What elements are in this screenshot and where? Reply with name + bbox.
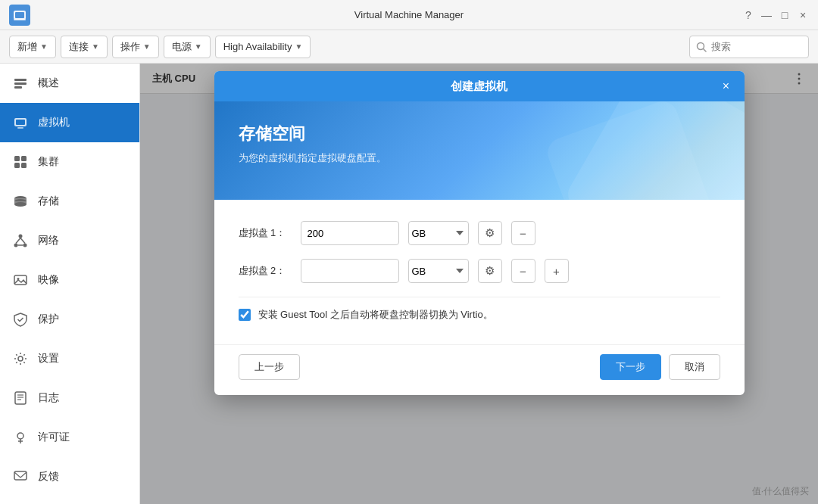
disk-2-input[interactable] [301, 259, 399, 283]
sidebar: 概述 虚拟机 集群 [0, 64, 140, 504]
disk-2-add-btn[interactable]: + [545, 259, 569, 283]
toolbar: 新增 ▼ 连接 ▼ 操作 ▼ 电源 ▼ High Availability ▼ [0, 30, 818, 64]
dialog-footer: 上一步 下一步 取消 [214, 344, 745, 395]
sidebar-item-protection[interactable]: 保护 [0, 300, 139, 339]
footer-right-buttons: 下一步 取消 [600, 354, 720, 380]
sidebar-label-image: 映像 [38, 273, 59, 287]
cancel-button[interactable]: 取消 [669, 354, 720, 380]
ha-button[interactable]: High Availability ▼ [215, 36, 311, 58]
dialog-close-button[interactable]: × [717, 77, 735, 95]
app-title: Virtual Machine Manager [354, 9, 464, 20]
operate-caret: ▼ [143, 42, 151, 51]
license-icon [12, 429, 29, 446]
feedback-icon [12, 468, 29, 485]
sidebar-item-network[interactable]: 网络 [0, 221, 139, 260]
sidebar-label-overview: 概述 [38, 76, 59, 90]
dialog-banner: 存储空间 为您的虚拟机指定虚拟硬盘配置。 [214, 101, 745, 200]
operate-button[interactable]: 操作 ▼ [112, 36, 159, 58]
disk-1-remove-btn[interactable]: − [511, 221, 535, 245]
svg-point-21 [14, 244, 18, 247]
titlebar: Virtual Machine Manager ? — □ × [0, 0, 818, 30]
sidebar-item-cluster[interactable]: 集群 [0, 142, 139, 182]
image-icon [12, 272, 29, 288]
sidebar-item-license[interactable]: 许可证 [0, 418, 139, 457]
search-input[interactable] [711, 41, 802, 52]
sidebar-label-network: 网络 [38, 234, 59, 247]
svg-rect-11 [14, 156, 20, 161]
sidebar-item-image[interactable]: 映像 [0, 260, 139, 300]
window-controls: ? — □ × [742, 9, 809, 21]
vm-icon [12, 114, 29, 131]
sidebar-label-license: 许可证 [38, 431, 70, 444]
svg-rect-7 [14, 86, 22, 89]
disk-1-label: 虚拟盘 1： [239, 226, 292, 240]
help-btn[interactable]: ? [742, 9, 754, 21]
sidebar-label-storage: 存储 [38, 194, 59, 208]
maximize-btn[interactable]: □ [779, 9, 791, 21]
content-area: 主机 CPU 创建虚拟机 × 存储空间 为您的虚拟机指定虚拟硬盘配置。 [140, 64, 818, 504]
power-caret: ▼ [195, 42, 202, 51]
sidebar-label-settings: 设置 [38, 352, 59, 366]
svg-rect-14 [21, 163, 27, 168]
storage-icon [12, 193, 29, 210]
sidebar-item-feedback[interactable]: 反馈 [0, 457, 139, 496]
connect-button[interactable]: 连接 ▼ [61, 36, 108, 58]
prev-button[interactable]: 上一步 [239, 354, 300, 380]
dialog-titlebar: 创建虚拟机 × [214, 71, 745, 101]
virtio-checkbox-row: 安装 Guest Tool 之后自动将硬盘控制器切换为 Virtio。 [239, 297, 720, 332]
svg-rect-5 [14, 79, 27, 81]
svg-rect-36 [14, 471, 27, 480]
dialog-title: 创建虚拟机 [451, 79, 507, 94]
minimize-btn[interactable]: — [760, 9, 773, 21]
virtio-checkbox-label: 安装 Guest Tool 之后自动将硬盘控制器切换为 Virtio。 [258, 308, 493, 322]
svg-rect-13 [14, 163, 20, 168]
disk-1-unit-select[interactable]: GB TB MB [408, 221, 469, 245]
next-button[interactable]: 下一步 [600, 354, 661, 380]
disk-2-remove-btn[interactable]: − [511, 259, 535, 283]
main-layout: 概述 虚拟机 集群 [0, 64, 818, 504]
svg-rect-29 [15, 392, 26, 404]
sidebar-label-cluster: 集群 [38, 155, 59, 169]
ha-caret: ▼ [295, 42, 302, 51]
disk-row-1: 虚拟盘 1： GB TB MB ⚙ − [239, 221, 720, 245]
svg-point-22 [23, 244, 27, 247]
svg-rect-2 [14, 19, 26, 20]
virtio-checkbox[interactable] [239, 309, 251, 321]
svg-line-23 [16, 238, 20, 244]
cluster-icon [12, 154, 29, 170]
svg-line-24 [20, 238, 25, 244]
svg-rect-12 [21, 156, 27, 161]
svg-rect-6 [14, 82, 27, 85]
sidebar-label-vm: 虚拟机 [38, 116, 70, 129]
disk-2-unit-select[interactable]: GB TB MB [408, 259, 469, 283]
close-btn[interactable]: × [797, 9, 809, 21]
sidebar-item-storage[interactable]: 存储 [0, 182, 139, 221]
sidebar-item-vm[interactable]: 虚拟机 [0, 103, 139, 142]
settings-icon [12, 350, 29, 367]
search-box [689, 36, 809, 58]
power-button[interactable]: 电源 ▼ [164, 36, 211, 58]
create-vm-dialog: 创建虚拟机 × 存储空间 为您的虚拟机指定虚拟硬盘配置。 虚拟盘 1： GB [214, 71, 745, 395]
svg-point-33 [17, 433, 23, 439]
sidebar-item-overview[interactable]: 概述 [0, 64, 139, 103]
protection-icon [12, 311, 29, 328]
sidebar-item-log[interactable]: 日志 [0, 378, 139, 418]
disk-1-settings-btn[interactable]: ⚙ [478, 221, 502, 245]
sidebar-label-log: 日志 [38, 391, 59, 405]
sidebar-label-protection: 保护 [38, 313, 59, 326]
add-button[interactable]: 新增 ▼ [9, 36, 56, 58]
sidebar-label-feedback: 反馈 [38, 470, 59, 484]
disk-2-settings-btn[interactable]: ⚙ [478, 259, 502, 283]
disk-1-input[interactable] [301, 221, 399, 245]
search-icon [696, 42, 707, 52]
sidebar-item-settings[interactable]: 设置 [0, 339, 139, 378]
log-icon [12, 390, 29, 406]
svg-point-19 [14, 202, 27, 207]
svg-rect-26 [14, 275, 27, 285]
dialog-body: 虚拟盘 1： GB TB MB ⚙ − 虚拟盘 2： [214, 200, 745, 344]
svg-point-20 [19, 235, 23, 238]
disk-row-2: 虚拟盘 2： GB TB MB ⚙ − + [239, 259, 720, 283]
add-caret: ▼ [40, 42, 48, 51]
list-icon [12, 75, 29, 92]
svg-line-4 [704, 48, 707, 51]
